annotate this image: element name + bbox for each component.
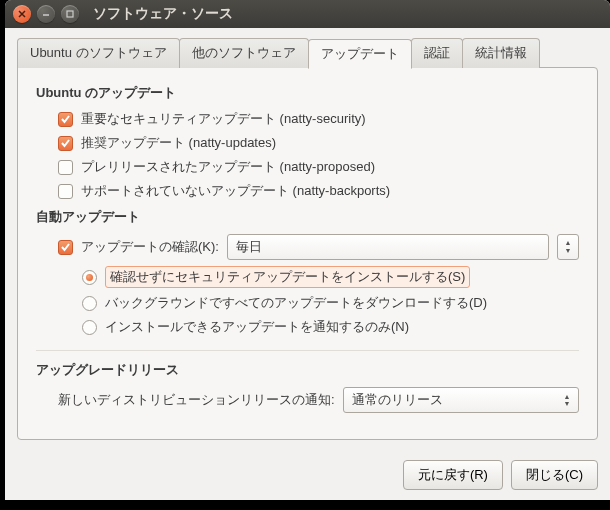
chevron-up-icon: ▲ bbox=[564, 393, 571, 400]
tab-stats[interactable]: 統計情報 bbox=[462, 38, 540, 68]
checkbox-backports-label: サポートされていないアップデート (natty-backports) bbox=[81, 182, 390, 200]
titlebar: ソフトウェア・ソース bbox=[5, 0, 610, 28]
close-icon[interactable] bbox=[13, 5, 31, 23]
checkbox-security[interactable] bbox=[58, 112, 73, 127]
checkbox-proposed-label: プレリリースされたアップデート (natty-proposed) bbox=[81, 158, 375, 176]
check-frequency-value: 毎日 bbox=[236, 238, 262, 256]
svg-rect-0 bbox=[67, 11, 73, 17]
radio-install-security-label: 確認せずにセキュリティアップデートをインストールする(S) bbox=[105, 266, 470, 288]
tab-other-software[interactable]: 他のソフトウェア bbox=[179, 38, 309, 68]
checkbox-updates-label: 推奨アップデート (natty-updates) bbox=[81, 134, 276, 152]
close-button[interactable]: 閉じる(C) bbox=[511, 460, 598, 490]
checkbox-check-updates[interactable] bbox=[58, 240, 73, 255]
checkbox-backports[interactable] bbox=[58, 184, 73, 199]
checkbox-updates[interactable] bbox=[58, 136, 73, 151]
ubuntu-updates-heading: Ubuntu のアップデート bbox=[36, 84, 579, 102]
separator bbox=[36, 350, 579, 351]
chevron-down-icon: ▼ bbox=[565, 247, 572, 255]
radio-install-security[interactable] bbox=[82, 270, 97, 285]
release-notify-label: 新しいディストリビューションリリースの通知: bbox=[58, 391, 335, 409]
radio-notify-only-label: インストールできるアップデートを通知するのみ(N) bbox=[105, 318, 409, 336]
software-sources-window: ソフトウェア・ソース Ubuntu のソフトウェア 他のソフトウェア アップデー… bbox=[5, 0, 610, 500]
radio-download-all[interactable] bbox=[82, 296, 97, 311]
radio-notify-only[interactable] bbox=[82, 320, 97, 335]
revert-button[interactable]: 元に戻す(R) bbox=[403, 460, 503, 490]
checkbox-security-label: 重要なセキュリティアップデート (natty-security) bbox=[81, 110, 366, 128]
minimize-icon[interactable] bbox=[37, 5, 55, 23]
release-upgrade-heading: アップグレードリリース bbox=[36, 361, 579, 379]
radio-download-all-label: バックグラウンドですべてのアップデートをダウンロードする(D) bbox=[105, 294, 487, 312]
tab-bar: Ubuntu のソフトウェア 他のソフトウェア アップデート 認証 統計情報 bbox=[17, 38, 598, 68]
checkbox-proposed[interactable] bbox=[58, 160, 73, 175]
tab-ubuntu-software[interactable]: Ubuntu のソフトウェア bbox=[17, 38, 180, 68]
chevron-up-icon: ▲ bbox=[565, 239, 572, 247]
release-notify-value: 通常のリリース bbox=[352, 391, 443, 409]
check-frequency-combo[interactable]: 毎日 bbox=[227, 234, 549, 260]
window-title: ソフトウェア・ソース bbox=[93, 5, 233, 23]
chevron-down-icon: ▼ bbox=[564, 400, 571, 407]
frequency-spinner[interactable]: ▲ ▼ bbox=[557, 234, 579, 260]
check-updates-label: アップデートの確認(K): bbox=[81, 238, 219, 256]
maximize-icon[interactable] bbox=[61, 5, 79, 23]
tab-updates[interactable]: アップデート bbox=[308, 39, 412, 69]
release-notify-combo[interactable]: 通常のリリース ▲ ▼ bbox=[343, 387, 579, 413]
updates-panel: Ubuntu のアップデート 重要なセキュリティアップデート (natty-se… bbox=[17, 67, 598, 440]
dialog-buttons: 元に戻す(R) 閉じる(C) bbox=[5, 450, 610, 500]
content-area: Ubuntu のソフトウェア 他のソフトウェア アップデート 認証 統計情報 U… bbox=[5, 28, 610, 450]
auto-updates-heading: 自動アップデート bbox=[36, 208, 579, 226]
tab-auth[interactable]: 認証 bbox=[411, 38, 463, 68]
